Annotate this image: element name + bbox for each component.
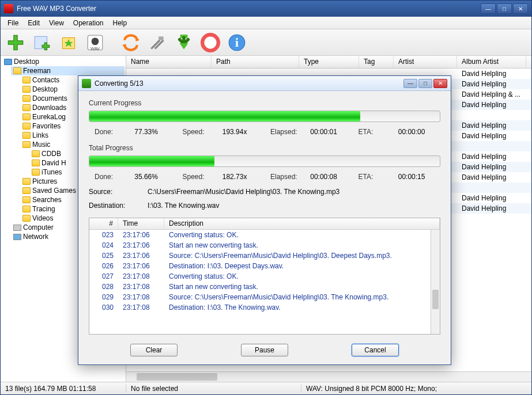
tree-item[interactable]: EurekaLog	[32, 113, 66, 121]
dialog-maximize-button[interactable]: □	[418, 79, 432, 88]
total-progress-fill	[89, 156, 214, 166]
tree-item[interactable]: CDDB	[41, 150, 61, 158]
favorites-button[interactable]	[57, 31, 80, 54]
current-elapsed: 00:00:01	[310, 128, 346, 136]
minimize-button[interactable]: —	[481, 3, 496, 14]
log-desc: Destination: I:\03. Deepest Days.wav.	[164, 262, 440, 270]
menu-operation[interactable]: Operation	[69, 17, 108, 29]
menu-help[interactable]: Help	[108, 17, 132, 29]
tree-item[interactable]: Desktop	[32, 85, 58, 93]
album-artist-cell: David Helpling	[457, 121, 526, 130]
tree-item[interactable]: Music	[32, 140, 50, 149]
total-speed: 182.73x	[222, 173, 259, 181]
col-artist[interactable]: Artist	[394, 56, 457, 68]
svg-text:WAV: WAV	[90, 45, 100, 51]
pause-button[interactable]: Pause	[241, 344, 288, 356]
tree-desktop[interactable]: Desktop	[14, 58, 39, 66]
add-folder-button[interactable]	[31, 31, 54, 54]
done-label-2: Done:	[95, 173, 123, 181]
tree-computer[interactable]: Computer	[23, 223, 54, 231]
scroll-thumb[interactable]	[137, 373, 217, 381]
statusbar: 13 file(s) 164.79 MB 01:11:58 No file se…	[1, 382, 531, 394]
status-mid: No file selected	[126, 385, 301, 393]
folder-icon	[13, 67, 21, 74]
dialog-titlebar[interactable]: Converting 5/13 — □ ✕	[78, 76, 451, 91]
log-body[interactable]: 02323:17:06Converting status: OK.02423:1…	[89, 230, 440, 334]
current-progress-bar	[89, 111, 440, 122]
format-button[interactable]: WAV	[84, 31, 107, 54]
tree-item[interactable]: Tracing	[32, 205, 55, 213]
log-col-time[interactable]: Time	[118, 218, 164, 229]
tree-item[interactable]: Downloads	[32, 104, 66, 112]
total-done: 35.66%	[134, 173, 171, 181]
dialog-close-button[interactable]: ✕	[433, 79, 447, 88]
log-row[interactable]: 02423:17:06Start an new converting task.	[89, 240, 440, 250]
log-row[interactable]: 02323:17:06Converting status: OK.	[89, 230, 440, 240]
folder-icon	[22, 187, 31, 194]
log-row[interactable]: 02923:17:08Source: C:\Users\Freeman\Musi…	[89, 292, 440, 302]
log-time: 23:17:08	[118, 283, 164, 291]
folder-icon	[22, 113, 31, 120]
col-tag[interactable]: Tag	[359, 56, 394, 68]
log-scroll-thumb[interactable]	[432, 290, 439, 309]
log-row[interactable]: 03023:17:08Destination: I:\03. The Knowi…	[89, 302, 440, 313]
help-button[interactable]	[199, 31, 222, 54]
tree-item[interactable]: iTunes	[41, 168, 62, 176]
album-artist-cell: David Helpling	[457, 101, 526, 109]
album-artist-cell: David Helpling	[457, 173, 526, 181]
total-progress-label: Total Progress	[89, 144, 440, 152]
col-type[interactable]: Type	[299, 56, 359, 68]
about-button[interactable]: i	[225, 31, 248, 54]
log-row[interactable]: 02523:17:06Source: C:\Users\Freeman\Musi…	[89, 250, 440, 261]
log-desc: Start an new converting task.	[164, 283, 440, 291]
log-desc: Source: C:\Users\Freeman\Music\David Hel…	[164, 252, 440, 260]
svg-text:i: i	[235, 36, 239, 50]
settings-button[interactable]	[146, 31, 169, 54]
tree-item[interactable]: Searches	[32, 196, 62, 204]
horizontal-scrollbar[interactable]	[126, 371, 531, 382]
col-album-artist[interactable]: Album Artist	[457, 56, 526, 68]
log-scrollbar[interactable]	[431, 230, 440, 334]
tree-item[interactable]: Videos	[32, 214, 53, 222]
download-button[interactable]	[172, 31, 195, 54]
done-label: Done:	[95, 128, 123, 136]
log-desc: Converting status: OK.	[164, 231, 440, 239]
converting-dialog: Converting 5/13 — □ ✕ Current Progress D…	[78, 75, 451, 365]
main-titlebar[interactable]: Free WAV MP3 Converter — □ ✕	[1, 1, 531, 17]
convert-button[interactable]	[119, 31, 142, 54]
tree-item[interactable]: Documents	[32, 94, 67, 102]
folder-icon	[22, 123, 31, 130]
log-col-number[interactable]: #	[89, 218, 118, 229]
log-row[interactable]: 02723:17:08Converting status: OK.	[89, 271, 440, 282]
tree-item[interactable]: David H	[41, 159, 66, 167]
tree-item[interactable]: Pictures	[32, 177, 57, 185]
folder-icon	[32, 150, 40, 157]
log-row[interactable]: 02823:17:08Start an new converting task.	[89, 282, 440, 292]
tree-item[interactable]: Saved Games	[32, 187, 76, 195]
elapsed-label: Elapsed:	[270, 128, 299, 136]
tree-item[interactable]: Favorites	[32, 122, 61, 130]
cancel-button[interactable]: Cancel	[352, 344, 399, 356]
log-col-desc[interactable]: Description	[164, 218, 440, 229]
tree-user[interactable]: Freeman	[23, 67, 51, 75]
album-artist-cell: David Helpling	[457, 153, 526, 161]
close-button[interactable]: ✕	[513, 3, 528, 14]
maximize-button[interactable]: □	[497, 3, 512, 14]
tree-item[interactable]: Contacts	[32, 76, 59, 84]
col-name[interactable]: Name	[126, 56, 212, 68]
total-eta: 00:00:15	[398, 173, 435, 181]
elapsed-label-2: Elapsed:	[270, 173, 299, 181]
menu-file[interactable]: File	[3, 17, 23, 29]
menu-view[interactable]: View	[44, 17, 69, 29]
total-elapsed: 00:00:08	[310, 173, 346, 181]
add-files-button[interactable]	[4, 31, 27, 54]
log-row[interactable]: 02623:17:06Destination: I:\03. Deepest D…	[89, 261, 440, 271]
status-right: WAV: Unsigned 8 bit PCM 8000 Hz; Mono;	[301, 385, 531, 393]
dialog-minimize-button[interactable]: —	[403, 79, 417, 88]
menu-edit[interactable]: Edit	[23, 17, 44, 29]
tree-item[interactable]: Links	[32, 131, 48, 139]
current-eta: 00:00:00	[398, 128, 435, 136]
col-path[interactable]: Path	[212, 56, 299, 68]
clear-button[interactable]: Clear	[130, 344, 178, 356]
tree-network[interactable]: Network	[23, 233, 48, 241]
